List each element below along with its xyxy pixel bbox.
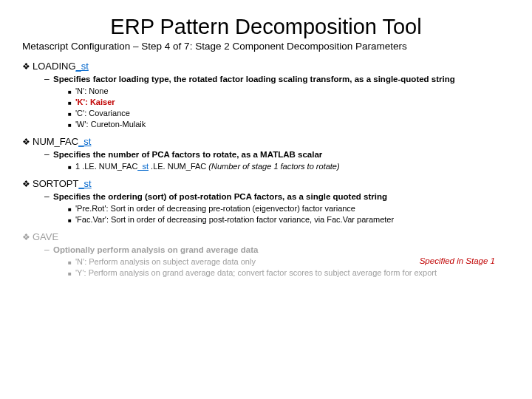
param-desc: Specifies the number of PCA factors to r… [53, 150, 322, 159]
param-name: LOADING_st [33, 61, 89, 72]
param-header: ❖SORTOPT_st [22, 178, 510, 189]
diamond-bullet-icon: ❖ [22, 179, 28, 189]
param-option: ■1 .LE. NUM_FAC_st .LE. NUM_FAC (Number … [22, 162, 510, 171]
param-option: ■'Fac.Var': Sort in order of decreasing … [22, 215, 510, 224]
param-option: ■'Y': Perform analysis on grand average … [22, 268, 510, 277]
param-desc-row: –Optionally perform analysis on grand av… [22, 245, 510, 255]
param-name: NUM_FAC_st [33, 136, 91, 147]
square-bullet-icon: ■ [68, 270, 75, 277]
param-desc-row: –Specifies the ordering (sort) of post-r… [22, 191, 510, 202]
param-section: ❖GAVE–Optionally perform analysis on gra… [22, 231, 510, 277]
param-option: ■'K': Kaiser [22, 98, 510, 106]
param-header: ❖LOADING_st [22, 61, 510, 72]
square-bullet-icon: ■ [68, 89, 75, 95]
square-bullet-icon: ■ [68, 164, 75, 171]
page-subtitle: Metascript Configuration – Step 4 of 7: … [22, 41, 510, 52]
param-desc-row: –Specifies the number of PCA factors to … [22, 149, 510, 160]
param-option: ■'W': Cureton-Mulaik [22, 120, 510, 129]
square-bullet-icon: ■ [68, 259, 75, 266]
param-header: ❖GAVE [22, 231, 510, 242]
param-desc: Specifies factor loading type, the rotat… [53, 75, 455, 83]
square-bullet-icon: ■ [68, 100, 75, 106]
diamond-bullet-icon: ❖ [22, 232, 28, 242]
square-bullet-icon: ■ [68, 206, 75, 213]
stage-note: Specified in Stage 1 [420, 256, 495, 265]
square-bullet-icon: ■ [68, 217, 75, 224]
diamond-bullet-icon: ❖ [22, 137, 28, 147]
param-section: ❖LOADING_st–Specifies factor loading typ… [22, 61, 510, 129]
param-section: ❖NUM_FAC_st–Specifies the number of PCA … [22, 136, 510, 171]
page-title: ERP Pattern Decomposition Tool [22, 15, 510, 39]
param-option: ■'Pre.Rot': Sort in order of decreasing … [22, 204, 510, 213]
param-desc: Optionally perform analysis on grand ave… [53, 245, 258, 254]
square-bullet-icon: ■ [68, 111, 75, 117]
param-option: ■'N': None [22, 86, 510, 95]
diamond-bullet-icon: ❖ [22, 61, 28, 72]
param-header: ❖NUM_FAC_st [22, 136, 510, 147]
param-name: SORTOPT_st [33, 178, 92, 189]
param-desc: Specifies the ordering (sort) of post-ro… [53, 192, 387, 201]
param-section: ❖SORTOPT_st–Specifies the ordering (sort… [22, 178, 510, 224]
param-desc-row: –Specifies factor loading type, the rota… [22, 74, 510, 84]
square-bullet-icon: ■ [68, 122, 75, 129]
param-name: GAVE [33, 231, 58, 242]
param-option: ■'C': Covariance [22, 109, 510, 117]
